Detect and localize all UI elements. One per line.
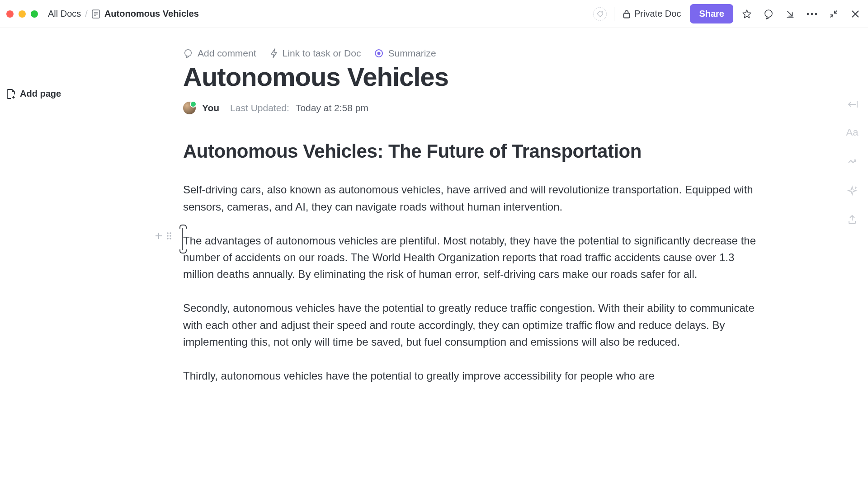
breadcrumb-separator: / (85, 9, 88, 19)
svg-point-10 (815, 13, 817, 15)
paragraph-3[interactable]: Secondly, autonomous vehicles have the p… (183, 300, 764, 350)
rail-typography-button[interactable]: Aa (846, 127, 859, 138)
svg-point-20 (170, 232, 171, 234)
comment-icon (183, 48, 193, 58)
summarize-label: Summarize (388, 48, 436, 59)
svg-point-8 (807, 13, 809, 15)
activity-icon (847, 156, 858, 167)
collapse-icon (829, 9, 839, 19)
window-traffic-lights (6, 10, 38, 18)
paragraph-block[interactable]: Self-driving cars, also known as autonom… (183, 181, 764, 215)
plus-icon (154, 231, 163, 240)
add-comment-action[interactable]: Add comment (183, 48, 256, 59)
breadcrumb-current-label: Autonomous Vehicles (104, 9, 199, 19)
window-minimize-icon[interactable] (19, 10, 26, 18)
left-rail: Add page (0, 28, 113, 488)
privacy-label: Private Doc (634, 9, 681, 19)
comments-button[interactable] (762, 8, 775, 20)
doc-icon (92, 9, 100, 19)
add-page-button[interactable]: Add page (6, 89, 61, 99)
svg-point-21 (167, 235, 169, 237)
summarize-icon (374, 49, 383, 58)
doc-action-row: Add comment Link to task or Doc Summariz… (183, 48, 764, 59)
more-menu-button[interactable] (806, 8, 818, 20)
top-bar: All Docs / Autonomous Vehicles (0, 0, 868, 28)
lock-icon (623, 9, 631, 19)
drag-handle[interactable] (166, 231, 172, 240)
link-task-action[interactable]: Link to task or Doc (270, 48, 361, 59)
breadcrumb-current[interactable]: Autonomous Vehicles (92, 9, 199, 19)
paragraph-4[interactable]: Thirdly, autonomous vehicles have the po… (183, 367, 764, 384)
collapse-button[interactable] (827, 8, 840, 20)
rail-expand-left-button[interactable] (846, 100, 858, 108)
byline: You Last Updated: Today at 2:58 pm (183, 102, 764, 114)
rail-ai-button[interactable] (847, 185, 858, 196)
right-rail: Aa (836, 28, 868, 488)
paragraph-block[interactable]: The advantages of autonomous vehicles ar… (183, 232, 764, 283)
svg-point-24 (170, 238, 171, 239)
svg-point-6 (765, 10, 772, 17)
breadcrumb-root[interactable]: All Docs (48, 9, 81, 19)
link-task-label: Link to task or Doc (283, 48, 361, 59)
sparkle-icon (847, 185, 858, 196)
svg-rect-5 (624, 13, 630, 18)
paragraph-1[interactable]: Self-driving cars, also known as autonom… (183, 181, 764, 215)
drag-handle-icon (166, 231, 172, 240)
chat-bubble-icon (763, 9, 774, 19)
divider (614, 7, 614, 21)
window-zoom-icon[interactable] (31, 10, 38, 18)
document-area[interactable]: Add comment Link to task or Doc Summariz… (118, 28, 836, 488)
window-close-icon[interactable] (6, 10, 14, 18)
rail-activity-button[interactable] (847, 156, 858, 167)
favorite-button[interactable] (741, 8, 753, 20)
last-updated-label: Last Updated: (230, 103, 289, 113)
topbar-icon-group (741, 8, 862, 20)
last-updated-value: Today at 2:58 pm (296, 103, 368, 113)
arrow-down-right-icon (785, 9, 795, 19)
svg-point-9 (811, 13, 813, 15)
export-icon (847, 214, 858, 225)
page-title[interactable]: Autonomous Vehicles (183, 63, 764, 91)
open-tray-button[interactable] (784, 8, 797, 20)
svg-point-14 (185, 50, 192, 56)
svg-point-22 (170, 235, 171, 237)
heading-1[interactable]: Autonomous Vehicles: The Future of Trans… (183, 140, 764, 164)
star-icon (741, 9, 752, 19)
author-name[interactable]: You (202, 103, 219, 113)
lightning-icon (270, 48, 278, 58)
rail-export-button[interactable] (847, 214, 858, 225)
paragraph-2[interactable]: The advantages of autonomous vehicles ar… (183, 232, 764, 283)
share-button[interactable]: Share (690, 4, 733, 23)
svg-point-23 (167, 238, 169, 239)
close-button[interactable] (849, 8, 862, 20)
privacy-toggle[interactable]: Private Doc (623, 9, 681, 19)
svg-point-4 (601, 12, 602, 13)
expand-left-icon (846, 100, 858, 108)
add-tag-button[interactable] (593, 7, 607, 21)
paragraph-block[interactable]: Thirdly, autonomous vehicles have the po… (183, 367, 764, 384)
paragraph-block[interactable]: Secondly, autonomous vehicles have the p… (183, 300, 764, 350)
tag-icon (596, 10, 604, 18)
svg-point-19 (167, 232, 169, 234)
svg-point-16 (377, 52, 381, 55)
text-cursor-icon (182, 228, 183, 250)
summarize-action[interactable]: Summarize (374, 48, 436, 59)
block-gutter (154, 231, 172, 240)
breadcrumb: All Docs / Autonomous Vehicles (48, 9, 199, 19)
add-page-label: Add page (20, 89, 61, 99)
avatar[interactable] (183, 102, 196, 114)
close-icon (851, 9, 860, 19)
add-page-icon (6, 89, 15, 99)
add-comment-label: Add comment (198, 48, 256, 59)
add-block-button[interactable] (154, 231, 163, 240)
ellipsis-icon (806, 12, 818, 16)
doc-content[interactable]: Autonomous Vehicles: The Future of Trans… (183, 140, 764, 384)
